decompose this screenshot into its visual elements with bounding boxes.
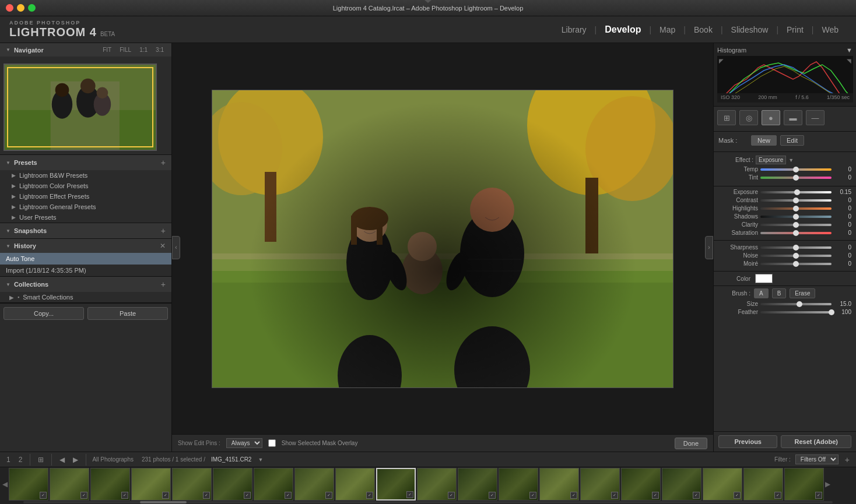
saturation-track[interactable] <box>760 232 832 234</box>
history-item-autotone[interactable]: Auto Tone <box>0 253 171 265</box>
film-thumb-16[interactable]: ✓ <box>621 468 661 501</box>
clarity-track[interactable] <box>760 224 832 226</box>
film-thumb-11[interactable]: ✓ <box>417 468 457 501</box>
hist-arrow-tr[interactable]: ◥ <box>847 58 851 64</box>
filmstrip-right-arrow[interactable]: ▶ <box>825 480 830 488</box>
contrast-thumb[interactable] <box>793 198 799 203</box>
history-header[interactable]: ▼ History ✕ <box>0 239 171 253</box>
moire-track[interactable] <box>760 263 832 265</box>
preset-color[interactable]: ▶ Lightroom Color Presets <box>0 181 171 191</box>
sharpness-thumb[interactable] <box>793 245 799 251</box>
film-thumb-2[interactable]: ✓ <box>50 468 89 501</box>
smart-collections[interactable]: ▶ ▪ Smart Collections <box>0 292 171 302</box>
radial-filter-tool[interactable]: — <box>806 110 825 125</box>
film-thumb-1[interactable]: ✓ <box>9 468 48 501</box>
film-thumb-7[interactable]: ✓ <box>254 468 293 501</box>
exposure-thumb[interactable] <box>794 189 800 195</box>
film-thumb-5[interactable]: ✓ <box>172 468 212 501</box>
tint-slider-thumb[interactable] <box>793 175 799 181</box>
history-clear-button[interactable]: ✕ <box>160 242 166 250</box>
filmstrip-page-1[interactable]: 1 <box>5 454 12 465</box>
brush-size-thumb[interactable] <box>797 301 802 307</box>
presets-add-button[interactable]: + <box>161 158 166 167</box>
scrollbar-thumb[interactable] <box>140 501 187 503</box>
preset-effect[interactable]: ▶ Lightroom Effect Presets <box>0 191 171 202</box>
collections-add-button[interactable]: + <box>161 280 166 289</box>
filmstrip-scrollbar[interactable] <box>0 501 856 504</box>
mask-edit-button[interactable]: Edit <box>780 135 804 146</box>
filter-select[interactable]: Filters Off <box>795 454 839 464</box>
nav-develop[interactable]: Develop <box>597 24 649 35</box>
film-thumb-3[interactable]: ✓ <box>90 468 130 501</box>
film-thumb-14[interactable]: ✓ <box>539 468 579 501</box>
filmstrip-expand-btn[interactable]: + <box>843 454 851 466</box>
edit-pins-select[interactable]: Always <box>226 438 262 448</box>
paste-button[interactable]: Paste <box>87 307 168 320</box>
temp-slider-thumb[interactable] <box>793 167 799 172</box>
spot-removal-tool[interactable]: ◎ <box>739 110 758 125</box>
film-thumb-8[interactable]: ✓ <box>294 468 334 501</box>
saturation-thumb[interactable] <box>793 230 799 236</box>
tint-slider-track[interactable] <box>760 177 832 179</box>
brush-erase-button[interactable]: Erase <box>790 288 815 298</box>
highlights-track[interactable] <box>760 207 832 210</box>
noise-track[interactable] <box>760 255 832 257</box>
presets-header[interactable]: ▼ Presets + <box>0 155 171 170</box>
shadows-track[interactable] <box>760 216 832 218</box>
film-thumb-6[interactable]: ✓ <box>213 468 252 501</box>
highlights-thumb[interactable] <box>793 206 799 212</box>
zoom-3-1[interactable]: 3:1 <box>154 46 166 54</box>
clarity-thumb[interactable] <box>793 222 799 228</box>
navigator-header[interactable]: ▼ Navigator FIT FILL 1:1 3:1 <box>0 43 171 57</box>
navigator-preview-image[interactable] <box>3 64 157 151</box>
preset-user[interactable]: ▶ User Presets <box>0 212 171 223</box>
zoom-1-1[interactable]: 1:1 <box>138 46 149 54</box>
snapshots-add-button[interactable]: + <box>161 226 166 235</box>
copy-button[interactable]: Copy... <box>3 307 84 320</box>
filmstrip-grid-icon[interactable]: ⊞ <box>36 454 45 465</box>
minimize-button[interactable] <box>17 4 24 12</box>
history-item-import[interactable]: Import (1/18/12 4:35:35 PM) <box>0 265 171 276</box>
effect-dropdown-icon[interactable]: ▼ <box>788 157 794 163</box>
film-thumb-19[interactable]: ✓ <box>743 468 783 501</box>
left-panel-toggle[interactable]: ‹ <box>172 236 180 259</box>
nav-book[interactable]: Book <box>686 25 721 34</box>
done-button[interactable]: Done <box>675 438 707 449</box>
mask-new-button[interactable]: New <box>751 135 777 146</box>
contrast-track[interactable] <box>760 199 832 202</box>
film-thumb-15[interactable]: ✓ <box>580 468 620 501</box>
maximize-button[interactable] <box>28 4 36 12</box>
moire-thumb[interactable] <box>793 261 799 267</box>
temp-slider-track[interactable] <box>760 168 832 171</box>
film-thumb-20[interactable]: ✓ <box>784 468 824 501</box>
previous-button[interactable]: Previous <box>718 435 777 448</box>
color-swatch[interactable] <box>755 274 773 283</box>
brush-feather-track[interactable] <box>760 311 832 313</box>
film-thumb-10[interactable]: ✓ <box>376 468 416 501</box>
reset-button[interactable]: Reset (Adobe) <box>781 435 851 448</box>
nav-web[interactable]: Web <box>813 25 847 34</box>
sharpness-track[interactable] <box>760 246 832 249</box>
brush-feather-thumb[interactable] <box>829 309 834 315</box>
film-thumb-9[interactable]: ✓ <box>335 468 375 501</box>
filmstrip-filename-dropdown[interactable]: ▼ <box>256 456 265 464</box>
brush-b-button[interactable]: B <box>772 288 787 298</box>
noise-thumb[interactable] <box>793 253 799 259</box>
filmstrip-page-2[interactable]: 2 <box>17 454 24 465</box>
film-thumb-18[interactable]: ✓ <box>703 468 742 501</box>
filmstrip-left-arrow[interactable]: ◀ <box>2 480 8 488</box>
preset-general[interactable]: ▶ Lightroom General Presets <box>0 202 171 212</box>
effect-select[interactable]: Exposure <box>756 156 786 164</box>
graduated-filter-tool[interactable]: ▬ <box>784 110 802 125</box>
collections-header[interactable]: ▼ Collections + <box>0 277 171 292</box>
zoom-fit[interactable]: FIT <box>101 46 113 54</box>
filmstrip-next-icon[interactable]: ▶ <box>71 454 80 465</box>
close-button[interactable] <box>6 4 13 12</box>
shadows-thumb[interactable] <box>793 214 799 220</box>
navigator-preview[interactable] <box>0 57 171 154</box>
histogram-menu-icon[interactable]: ▼ <box>846 47 853 54</box>
filmstrip-scroll[interactable]: ◀ ✓ ✓ ✓ ✓ ✓ ✓ ✓ ✓ ✓ ✓ ✓ ✓ ✓ ✓ ✓ ✓ ✓ ✓ ✓ … <box>0 467 856 501</box>
show-mask-checkbox[interactable] <box>268 439 276 447</box>
film-thumb-12[interactable]: ✓ <box>458 468 497 501</box>
adjustment-brush-tool[interactable]: ● <box>762 110 780 125</box>
